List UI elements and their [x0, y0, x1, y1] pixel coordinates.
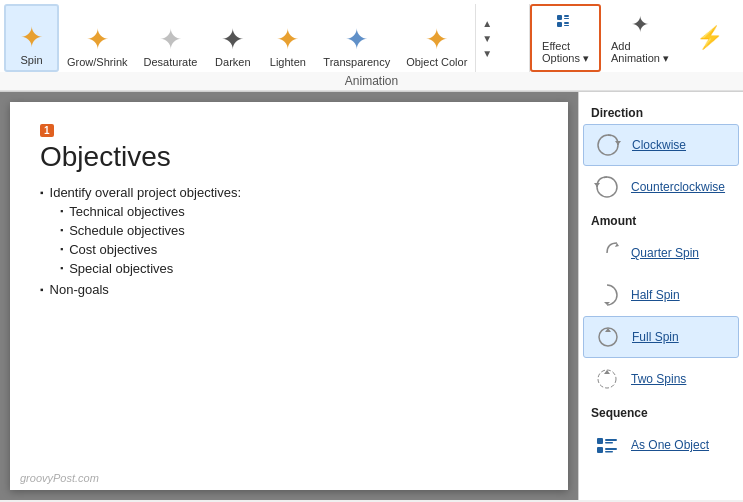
effect-options-label: EffectOptions ▾ — [542, 40, 589, 65]
bullet-1-text: Identify overall project objectives: — [50, 185, 241, 200]
dropdown-panel: Direction Clockwise Counterclockwise — [578, 92, 743, 500]
ribbon: ✦ Spin ✦ Grow/Shrink ✦ Desaturate ✦ Dark… — [0, 0, 743, 92]
more-icon: ⚡ — [696, 25, 723, 51]
anim-darken[interactable]: ✦ Darken — [205, 4, 260, 72]
spin-icon: ✦ — [20, 24, 43, 52]
darken-icon: ✦ — [221, 26, 244, 54]
bullet-list: Identify overall project objectives: Tec… — [40, 185, 538, 297]
as-one-object-item[interactable]: As One Object — [579, 424, 743, 466]
half-spin-label: Half Spin — [631, 288, 680, 302]
amount-header: Amount — [579, 208, 743, 232]
scroll-more-arrow[interactable]: ▼ — [478, 46, 496, 61]
trans-label: Transparency — [323, 56, 390, 68]
full-spin-item[interactable]: Full Spin — [583, 316, 739, 358]
animation-bar-label: Animation — [345, 74, 398, 88]
objcol-label: Object Color — [406, 56, 467, 68]
slide: 1 Objectives Identify overall project ob… — [10, 102, 568, 490]
sub-bullet-3: Cost objectives — [60, 242, 538, 257]
two-spins-icon — [591, 363, 623, 395]
clockwise-label: Clockwise — [632, 138, 686, 152]
anim-lighten[interactable]: ✦ Lighten — [260, 4, 315, 72]
full-spin-icon — [592, 321, 624, 353]
slide-title: Objectives — [40, 141, 538, 173]
slide-content: Identify overall project objectives: Tec… — [40, 185, 538, 297]
quarter-spin-label: Quarter Spin — [631, 246, 699, 260]
ribbon-right: EffectOptions ▾ ✦ AddAnimation ▾ ⚡ — [529, 4, 739, 72]
branding: groovyPost.com — [20, 472, 99, 484]
main: 1 Objectives Identify overall project ob… — [0, 92, 743, 500]
effect-options-button[interactable]: EffectOptions ▾ — [530, 4, 601, 72]
ribbon-top: ✦ Spin ✦ Grow/Shrink ✦ Desaturate ✦ Dark… — [0, 0, 743, 72]
sequence-header: Sequence — [579, 400, 743, 424]
sub-bullet-4: Special objectives — [60, 261, 538, 276]
add-animation-button[interactable]: ✦ AddAnimation ▾ — [601, 4, 679, 72]
more-button[interactable]: ⚡ — [679, 4, 739, 72]
grow-icon: ✦ — [86, 26, 109, 54]
anim-desat[interactable]: ✦ Desaturate — [136, 4, 206, 72]
lighten-icon: ✦ — [276, 26, 299, 54]
as-one-label: As One Object — [631, 438, 709, 452]
svg-marker-7 — [615, 141, 621, 145]
effect-options-icon — [555, 11, 577, 38]
half-spin-icon — [591, 279, 623, 311]
counterclockwise-item[interactable]: Counterclockwise — [579, 166, 743, 208]
add-animation-label: AddAnimation ▾ — [611, 40, 669, 65]
desat-label: Desaturate — [144, 56, 198, 68]
scroll-down-arrow[interactable]: ▼ — [478, 31, 496, 46]
clockwise-icon — [592, 129, 624, 161]
svg-rect-1 — [564, 15, 569, 17]
animation-bar: Animation — [0, 72, 743, 91]
svg-rect-18 — [605, 442, 613, 444]
scroll-arrows: ▲ ▼ ▼ — [475, 4, 498, 72]
trans-icon: ✦ — [345, 26, 368, 54]
grow-label: Grow/Shrink — [67, 56, 128, 68]
darken-label: Darken — [215, 56, 250, 68]
counterclockwise-label: Counterclockwise — [631, 180, 725, 194]
clockwise-item[interactable]: Clockwise — [583, 124, 739, 166]
counterclockwise-icon — [591, 171, 623, 203]
anim-grow[interactable]: ✦ Grow/Shrink — [59, 4, 136, 72]
svg-rect-19 — [597, 447, 603, 453]
bullet-2-text: Non-goals — [50, 282, 109, 297]
direction-header: Direction — [579, 100, 743, 124]
anim-objcol[interactable]: ✦ Object Color — [398, 4, 475, 72]
svg-rect-2 — [564, 18, 569, 19]
svg-marker-9 — [594, 183, 600, 187]
quarter-spin-icon — [591, 237, 623, 269]
svg-rect-17 — [605, 439, 617, 441]
scroll-up-arrow[interactable]: ▲ — [478, 16, 496, 31]
svg-rect-21 — [605, 451, 613, 453]
slide-number: 1 — [40, 124, 54, 137]
bullet-2: Non-goals — [40, 282, 538, 297]
svg-rect-0 — [557, 15, 562, 20]
sub-bullet-2: Schedule objectives — [60, 223, 538, 238]
half-spin-item[interactable]: Half Spin — [579, 274, 743, 316]
bullet-1: Identify overall project objectives: — [40, 185, 538, 200]
as-one-icon — [591, 429, 623, 461]
two-spins-item[interactable]: Two Spins — [579, 358, 743, 400]
two-spins-label: Two Spins — [631, 372, 686, 386]
anim-trans[interactable]: ✦ Transparency — [315, 4, 398, 72]
svg-rect-16 — [597, 438, 603, 444]
quarter-spin-item[interactable]: Quarter Spin — [579, 232, 743, 274]
sub-list: Technical objectives Schedule objectives… — [40, 204, 538, 276]
spin-label: Spin — [20, 54, 42, 66]
slide-area: 1 Objectives Identify overall project ob… — [0, 92, 578, 500]
anim-spin[interactable]: ✦ Spin — [4, 4, 59, 72]
full-spin-label: Full Spin — [632, 330, 679, 344]
svg-rect-4 — [564, 22, 569, 24]
sub-bullet-1: Technical objectives — [60, 204, 538, 219]
add-animation-icon: ✦ — [631, 12, 649, 38]
svg-rect-20 — [605, 448, 617, 450]
svg-rect-3 — [557, 22, 562, 27]
objcol-icon: ✦ — [425, 26, 448, 54]
lighten-label: Lighten — [270, 56, 306, 68]
svg-rect-5 — [564, 25, 569, 26]
desat-icon: ✦ — [159, 26, 182, 54]
